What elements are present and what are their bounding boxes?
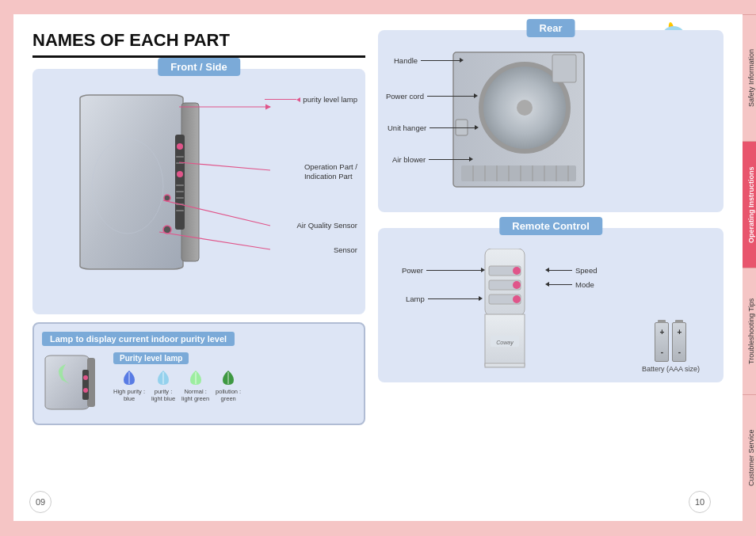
leaf-high-purity: High purity : blue (113, 369, 145, 402)
leaf-pollution: pollution : green (216, 369, 241, 402)
power-cord-label: Power cord (386, 92, 475, 101)
svg-rect-52 (485, 363, 525, 367)
leaf-normal: Normal : light green (181, 369, 209, 402)
svg-rect-8 (176, 191, 184, 192)
svg-rect-4 (176, 156, 184, 158)
purity-lamp-label: purity level lamp (265, 95, 357, 104)
page-container: NAMES OF EACH PART Front / Side (13, 14, 743, 521)
svg-rect-5 (176, 162, 184, 164)
right-panel: Rear (378, 30, 724, 505)
purity-info: Purity level lamp High purity : blue (113, 352, 356, 405)
rear-header: Rear (527, 19, 575, 37)
battery-2: + - (672, 322, 686, 362)
svg-point-30 (517, 100, 533, 116)
front-side-device-illustration (56, 83, 215, 289)
lamp-label: Lamp (406, 295, 479, 303)
side-tab-troubleshooting[interactable]: Troubleshooting Tips (743, 268, 756, 394)
svg-point-13 (163, 226, 171, 234)
remote-header: Remote Control (499, 217, 602, 235)
power-label: Power (402, 266, 482, 275)
side-tabs: Safety Information Operating Instruction… (743, 14, 756, 521)
battery-pair: + - + - (655, 322, 686, 362)
svg-rect-7 (176, 184, 184, 186)
svg-point-23 (83, 388, 88, 393)
side-tab-operating[interactable]: Operating Instructions (743, 141, 756, 268)
svg-rect-41 (552, 55, 576, 82)
svg-rect-21 (82, 370, 89, 400)
page-number-left: 09 (29, 491, 52, 513)
front-side-header: Front / Side (158, 58, 240, 76)
remote-section: Remote Control (378, 228, 724, 382)
sensor-label: Sensor (334, 245, 357, 254)
front-side-section: Front / Side (32, 69, 365, 314)
side-tab-safety[interactable]: Safety Information (743, 14, 756, 141)
svg-point-14 (164, 195, 170, 201)
svg-rect-11 (176, 210, 184, 211)
rear-diagram-area: Handle Power cord Unit hanger (386, 44, 716, 203)
mode-label: Mode (548, 280, 594, 289)
svg-point-3 (177, 143, 183, 150)
handle-label: Handle (394, 56, 460, 65)
svg-point-50 (513, 295, 521, 303)
air-blower-label: Air blower (392, 155, 470, 164)
svg-rect-10 (176, 203, 184, 205)
purity-leaves: High purity : blue purity : light blue (113, 369, 356, 402)
svg-point-22 (83, 375, 88, 380)
battery-section: + - + - Battery (AAA size) (642, 322, 700, 373)
purity-section-header: Lamp to display current indoor purity le… (42, 332, 235, 346)
battery-label: Battery (AAA size) (642, 365, 700, 373)
side-tab-customer[interactable]: Customer Service (743, 394, 756, 521)
rear-device-svg (449, 48, 592, 195)
page-title: NAMES OF EACH PART (32, 30, 365, 58)
purity-section: Lamp to display current indoor purity le… (32, 322, 365, 425)
svg-point-46 (513, 267, 521, 275)
speed-label: Speed (548, 266, 597, 275)
air-quality-sensor-label: Air Quality Sensor (296, 221, 357, 230)
svg-rect-0 (80, 95, 183, 269)
svg-point-48 (513, 281, 521, 289)
left-panel: NAMES OF EACH PART Front / Side (32, 30, 365, 505)
purity-content: Purity level lamp High purity : blue (42, 352, 356, 416)
svg-rect-9 (176, 197, 184, 199)
purity-device-small (42, 352, 105, 416)
leaf-purity: purity : light blue (151, 369, 175, 402)
svg-text:Coway: Coway (496, 340, 514, 346)
battery-1: + - (655, 322, 669, 362)
purity-level-label: Purity level lamp (113, 352, 189, 364)
unit-hanger-label: Unit hanger (388, 124, 475, 132)
svg-point-6 (177, 171, 183, 177)
page-number-right: 10 (689, 491, 711, 513)
rear-section: Rear (378, 30, 724, 212)
remote-diagram-area: Coway Power Lamp (386, 242, 716, 377)
svg-rect-31 (461, 165, 576, 181)
operation-part-label: Operation Part / Indication Part (304, 162, 357, 182)
